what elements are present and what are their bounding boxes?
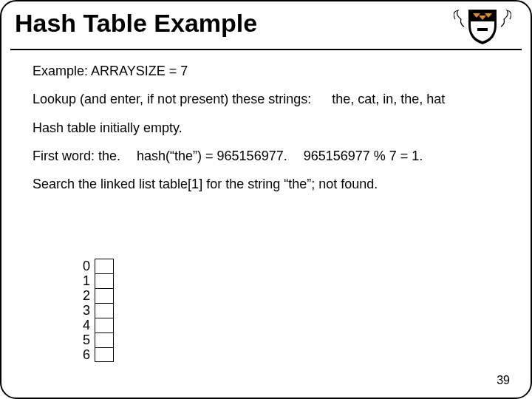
hash-table-diagram: 0 1 2 3 4 5 6: [83, 259, 114, 362]
svg-rect-0: [477, 28, 488, 31]
table-cell: [95, 347, 114, 362]
index-label: 0: [83, 259, 90, 273]
lookup-strings: the, cat, in, the, hat: [332, 90, 445, 108]
slide-frame: Hash Table Example Example: ARRAYSIZE = …: [0, 0, 532, 399]
title-divider: [10, 49, 522, 50]
page-number: 39: [497, 374, 510, 387]
table-cell: [95, 303, 114, 318]
index-label: 4: [83, 318, 90, 332]
index-label: 5: [83, 332, 90, 347]
first-word-label: First word: the.: [33, 147, 120, 165]
line-hash-empty: Hash table initially empty.: [33, 119, 508, 137]
table-cell: [95, 259, 114, 273]
table-cell: [95, 288, 114, 303]
hash-call: hash(“the”) = 965156977.: [137, 147, 287, 165]
table-cell: [95, 332, 114, 347]
hash-table-indices: 0 1 2 3 4 5 6: [83, 259, 90, 362]
body-text: Example: ARRAYSIZE = 7 Lookup (and enter…: [33, 62, 508, 203]
index-label: 6: [83, 347, 90, 362]
lookup-label: Lookup (and enter, if not present) these…: [33, 90, 311, 108]
princeton-shield-icon: [454, 7, 511, 46]
index-label: 1: [83, 273, 90, 288]
line-lookup: Lookup (and enter, if not present) these…: [33, 90, 508, 108]
index-label: 2: [83, 288, 90, 303]
index-label: 3: [83, 303, 90, 318]
line-search: Search the linked list table[1] for the …: [33, 175, 508, 193]
hash-mod: 965156977 % 7 = 1.: [304, 147, 423, 165]
table-cell: [95, 273, 114, 288]
line-first-word: First word: the. hash(“the”) = 965156977…: [33, 147, 508, 165]
line-example: Example: ARRAYSIZE = 7: [33, 62, 508, 80]
table-cell: [95, 318, 114, 332]
page-title: Hash Table Example: [15, 9, 257, 38]
hash-table-cells: [95, 259, 114, 362]
